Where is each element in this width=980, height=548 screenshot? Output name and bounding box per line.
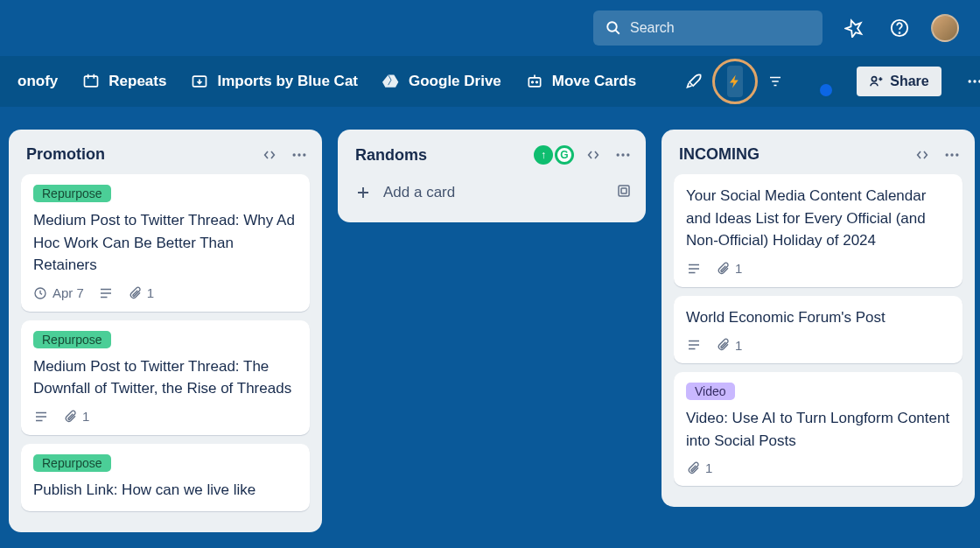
- list-menu-icon[interactable]: [614, 146, 632, 164]
- description-icon: [686, 337, 702, 353]
- list-header: Promotion: [21, 142, 315, 174]
- powerup-onofy[interactable]: onofy: [18, 73, 58, 90]
- list-header: Randoms ↑: [350, 142, 639, 175]
- filter-button[interactable]: [767, 66, 783, 97]
- clock-icon: [33, 286, 47, 300]
- svg-point-0: [607, 22, 617, 32]
- card[interactable]: World Economic Forum's Post 1: [674, 296, 962, 364]
- import-icon: [191, 73, 208, 90]
- board-header: onofy Repeats Imports by Blue Cat Google…: [0, 56, 980, 107]
- dots-icon: [966, 73, 980, 90]
- search-input[interactable]: [630, 20, 810, 36]
- repeat-icon: [82, 73, 100, 90]
- attachment-badge: 1: [716, 261, 742, 276]
- card[interactable]: Video Video: Use AI to Turn Longform Con…: [674, 372, 962, 486]
- card-badges: 1: [686, 337, 950, 353]
- svg-point-13: [293, 153, 296, 156]
- description-icon: [686, 261, 702, 277]
- board-canvas: Promotion Repurpose Medium Post to Twitt…: [0, 107, 980, 548]
- svg-point-19: [626, 153, 629, 156]
- description-icon: [98, 285, 114, 301]
- cards-container: Repurpose Medium Post to Twitter Thread:…: [21, 174, 315, 520]
- robot-icon: [526, 73, 543, 90]
- card-badges: 1: [33, 409, 298, 425]
- svg-point-18: [621, 153, 624, 156]
- card-label[interactable]: Video: [686, 383, 735, 400]
- svg-rect-4: [85, 76, 98, 87]
- announcement-icon[interactable]: [840, 14, 868, 42]
- list-incoming: INCOMING Your Social Media Content Calen…: [662, 130, 975, 507]
- svg-rect-6: [528, 78, 540, 87]
- automation-button[interactable]: [727, 66, 743, 97]
- card-title: Medium Post to Twitter Thread: Why Ad Ho…: [33, 209, 298, 277]
- attachment-icon: [686, 461, 700, 475]
- cards-container: Your Social Media Content Calendar and I…: [674, 174, 968, 495]
- svg-point-24: [956, 153, 958, 156]
- attachment-badge: 1: [686, 460, 712, 475]
- card-label[interactable]: Repurpose: [33, 185, 111, 202]
- card[interactable]: Your Social Media Content Calendar and I…: [674, 174, 962, 287]
- card-template-button[interactable]: [616, 183, 639, 202]
- attachment-badge: 1: [128, 285, 154, 300]
- share-button[interactable]: Share: [857, 67, 941, 96]
- template-icon: [616, 183, 632, 199]
- card-title: Medium Post to Twitter Thread: The Downf…: [33, 355, 298, 400]
- search-box[interactable]: [593, 11, 822, 46]
- list-menu-icon[interactable]: [943, 146, 961, 164]
- card[interactable]: Repurpose Medium Post to Twitter Thread:…: [21, 174, 310, 312]
- grammarly-badges[interactable]: ↑: [534, 145, 574, 165]
- powerup-imports[interactable]: Imports by Blue Cat: [191, 73, 358, 90]
- svg-point-7: [531, 81, 533, 83]
- user-avatar[interactable]: [931, 14, 959, 42]
- svg-point-14: [298, 153, 300, 156]
- svg-point-11: [973, 80, 976, 82]
- svg-point-9: [872, 77, 877, 81]
- attachment-badge: 1: [63, 409, 89, 424]
- powerup-drive[interactable]: Google Drive: [382, 73, 501, 90]
- grammarly-g-icon: [555, 145, 574, 165]
- list-title[interactable]: INCOMING: [679, 145, 760, 164]
- attachment-icon: [63, 410, 77, 424]
- board-menu-button[interactable]: [966, 66, 980, 97]
- list-title[interactable]: Promotion: [26, 145, 105, 164]
- topbar: [0, 0, 980, 56]
- svg-point-22: [946, 153, 948, 156]
- collapse-icon[interactable]: [261, 148, 278, 162]
- date-badge: Apr 7: [33, 285, 84, 300]
- attachment-icon: [128, 286, 142, 300]
- card[interactable]: Repurpose Medium Post to Twitter Thread:…: [21, 320, 310, 435]
- collapse-icon[interactable]: [914, 148, 931, 162]
- add-card-button[interactable]: Add a card: [350, 175, 460, 210]
- svg-point-3: [900, 32, 900, 33]
- attachment-icon: [716, 338, 730, 352]
- svg-point-8: [536, 81, 537, 83]
- powerup-move-cards[interactable]: Move Cards: [526, 73, 636, 90]
- share-icon: [869, 74, 883, 88]
- description-icon: [33, 409, 49, 425]
- svg-line-1: [616, 31, 620, 34]
- filter-icon: [767, 74, 783, 89]
- list-randoms: Randoms ↑ Add a card: [338, 130, 646, 222]
- card-badges: 1: [686, 261, 950, 277]
- svg-point-15: [303, 153, 305, 156]
- rocket-icon[interactable]: [685, 66, 703, 97]
- card[interactable]: Repurpose Publish Link: How can we live …: [21, 444, 310, 512]
- card-label[interactable]: Repurpose: [33, 331, 111, 348]
- grammarly-up-icon: ↑: [534, 145, 553, 165]
- card-title: Your Social Media Content Calendar and I…: [686, 185, 950, 252]
- card-title: Video: Use AI to Turn Longform Content i…: [686, 407, 950, 452]
- bolt-icon: [727, 74, 743, 89]
- attachment-badge: 1: [716, 338, 742, 353]
- list-menu-icon[interactable]: [290, 146, 308, 164]
- card-badges: 1: [686, 460, 950, 475]
- card-title: Publish Link: How can we live like: [33, 479, 298, 502]
- list-title[interactable]: Randoms: [355, 146, 427, 165]
- list-header: INCOMING: [674, 142, 968, 174]
- collapse-icon[interactable]: [584, 148, 602, 162]
- powerup-repeats[interactable]: Repeats: [82, 73, 166, 90]
- card-title: World Economic Forum's Post: [686, 306, 950, 329]
- card-badges: Apr 7 1: [33, 285, 298, 301]
- attachment-icon: [716, 262, 730, 276]
- card-label[interactable]: Repurpose: [33, 454, 111, 472]
- help-icon[interactable]: [886, 14, 914, 42]
